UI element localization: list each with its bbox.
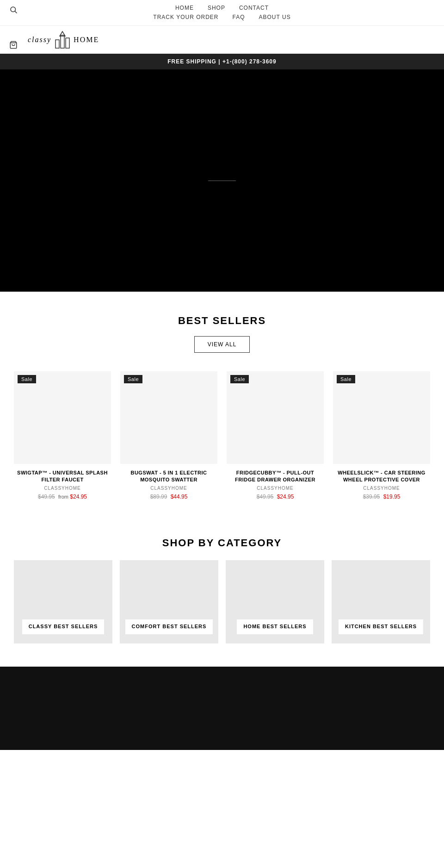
top-navigation: HOME SHOP CONTACT TRACK YOUR ORDER FAQ A…: [0, 0, 444, 26]
products-grid: Sale SWIGTAP™ - UNIVERSAL SPLASH FILTER …: [14, 371, 430, 500]
product-vendor-2: CLASSYHOME: [120, 486, 217, 491]
price-sale-1: $24.95: [70, 493, 87, 500]
svg-rect-5: [66, 38, 69, 48]
product-image-3: Sale: [227, 371, 324, 464]
product-card-3[interactable]: Sale FRIDGECUBBY™ - PULL-OUT FRIDGE DRAW…: [227, 371, 324, 500]
price-prefix-1: from: [58, 494, 68, 500]
svg-line-1: [15, 11, 17, 13]
nav-row-bottom: TRACK YOUR ORDER FAQ ABOUT US: [153, 14, 290, 20]
category-label-kitchen: KITCHEN BEST SELLERS: [339, 619, 423, 634]
product-name-3: FRIDGECUBBY™ - PULL-OUT FRIDGE DRAWER OR…: [227, 469, 324, 484]
logo-area[interactable]: classy HOME: [0, 26, 444, 54]
search-icon[interactable]: [9, 6, 18, 16]
sale-badge-1: Sale: [18, 375, 36, 383]
category-label-comfort: COMFORT BEST SELLERS: [125, 619, 213, 634]
category-card-kitchen[interactable]: KITCHEN BEST SELLERS: [332, 560, 430, 643]
product-vendor-1: CLASSYHOME: [14, 486, 111, 491]
logo-building-icon: [53, 31, 72, 49]
category-label-classy: CLASSY BEST SELLERS: [22, 619, 105, 634]
product-price-1: $49.95 from $24.95: [14, 493, 111, 500]
shop-by-category-section: SHOP BY CATEGORY CLASSY BEST SELLERS COM…: [0, 514, 444, 667]
price-original-2: $89.99: [150, 493, 167, 500]
price-sale-2: $44.95: [171, 493, 188, 500]
product-card-4[interactable]: Sale WHEELSLICK™ - CAR STEERING WHEEL PR…: [333, 371, 430, 500]
sale-badge-2: Sale: [124, 375, 142, 383]
nav-faq[interactable]: FAQ: [233, 14, 245, 20]
nav-row-top: HOME SHOP CONTACT: [175, 5, 269, 11]
product-name-1: SWIGTAP™ - UNIVERSAL SPLASH FILTER FAUCE…: [14, 469, 111, 484]
category-label-home: HOME BEST SELLERS: [237, 619, 313, 634]
product-vendor-4: CLASSYHOME: [333, 486, 430, 491]
hero-section: [0, 69, 444, 292]
nav-about-us[interactable]: ABOUT US: [259, 14, 291, 20]
product-image-4: Sale: [333, 371, 430, 464]
svg-point-0: [11, 7, 16, 12]
hero-divider: [208, 181, 236, 181]
price-sale-4: $19.95: [383, 493, 401, 500]
footer: [0, 667, 444, 750]
product-vendor-3: CLASSYHOME: [227, 486, 324, 491]
product-name-4: WHEELSLICK™ - CAR STEERING WHEEL PROTECT…: [333, 469, 430, 484]
category-card-home[interactable]: HOME BEST SELLERS: [226, 560, 324, 643]
product-name-2: BUGSWAT - 5 IN 1 ELECTRIC MOSQUITO SWATT…: [120, 469, 217, 484]
cart-icon[interactable]: [9, 41, 18, 51]
nav-track-order[interactable]: TRACK YOUR ORDER: [153, 14, 218, 20]
announcement-bar: FREE SHIPPING | +1-(800) 278-3609: [0, 54, 444, 69]
logo-text-right: HOME: [74, 36, 99, 44]
product-image-1: Sale: [14, 371, 111, 464]
sale-badge-4: Sale: [337, 375, 355, 383]
product-price-4: $39.95 $19.95: [333, 493, 430, 500]
category-card-comfort[interactable]: COMFORT BEST SELLERS: [120, 560, 218, 643]
price-original-4: $39.95: [363, 493, 380, 500]
sale-badge-3: Sale: [230, 375, 249, 383]
product-card-2[interactable]: Sale BUGSWAT - 5 IN 1 ELECTRIC MOSQUITO …: [120, 371, 217, 500]
product-image-2: Sale: [120, 371, 217, 464]
category-grid: CLASSY BEST SELLERS COMFORT BEST SELLERS…: [14, 560, 430, 643]
price-original-1: $49.95: [38, 493, 55, 500]
nav-home[interactable]: HOME: [175, 5, 194, 11]
svg-rect-3: [56, 40, 59, 48]
price-sale-3: $24.95: [277, 493, 294, 500]
price-original-3: $49.95: [257, 493, 274, 500]
category-section-title: SHOP BY CATEGORY: [14, 537, 430, 549]
product-price-3: $49.95 $24.95: [227, 493, 324, 500]
svg-rect-4: [61, 35, 64, 48]
best-sellers-section: BEST SELLERS VIEW ALL Sale SWIGTAP™ - UN…: [0, 292, 444, 514]
view-all-button[interactable]: VIEW ALL: [194, 336, 250, 353]
logo-text-left: classy: [28, 36, 51, 44]
nav-shop[interactable]: SHOP: [208, 5, 225, 11]
category-card-classy[interactable]: CLASSY BEST SELLERS: [14, 560, 112, 643]
announcement-text: FREE SHIPPING | +1-(800) 278-3609: [167, 58, 276, 65]
best-sellers-title: BEST SELLERS: [14, 315, 430, 327]
product-price-2: $89.99 $44.95: [120, 493, 217, 500]
nav-contact[interactable]: CONTACT: [239, 5, 269, 11]
product-card-1[interactable]: Sale SWIGTAP™ - UNIVERSAL SPLASH FILTER …: [14, 371, 111, 500]
